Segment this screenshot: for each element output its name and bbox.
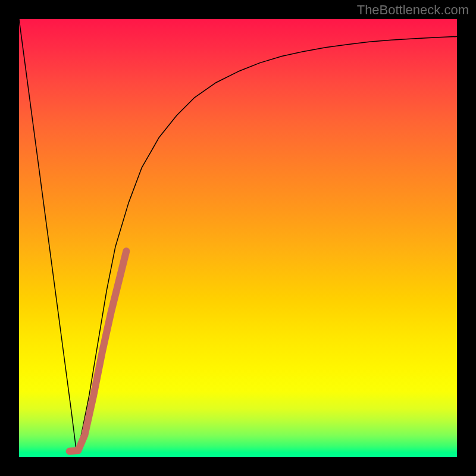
series-highlight-base xyxy=(70,450,79,451)
series-highlight-segment xyxy=(78,251,126,450)
series-main-curve xyxy=(19,19,457,448)
watermark-text: TheBottleneck.com xyxy=(357,2,469,18)
plot-area xyxy=(19,19,457,457)
curve-layer xyxy=(19,19,457,457)
chart-frame: TheBottleneck.com xyxy=(0,0,476,476)
